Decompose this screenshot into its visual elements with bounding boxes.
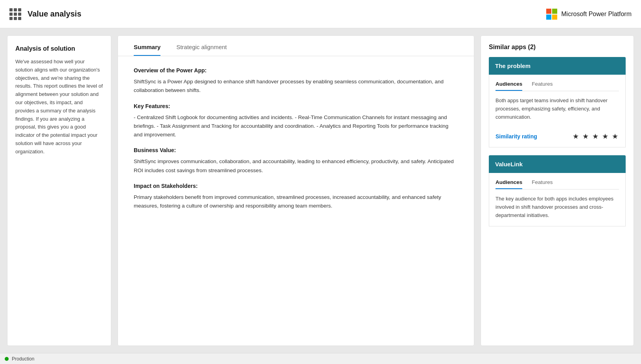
section-business-value: Business Value: ShiftSync improves commu… [134,147,458,175]
app-card-1-body: Audiences Features Both apps target team… [489,75,626,147]
status-bar: Production [0,353,641,364]
section-business-value-text: ShiftSync improves communication, collab… [134,157,458,175]
app-card-2-tabs: Audiences Features [495,179,619,189]
right-panel: Similar apps (2) The problem Audiences F… [481,35,634,346]
app-card-2-tab-audiences[interactable]: Audiences [495,179,522,189]
section-stakeholders: Impact on Stakeholders: Primary stakehol… [134,183,458,211]
app-card-1-tab-audiences[interactable]: Audiences [495,81,522,91]
app-card-2-audiences-text: The key audience for both apps includes … [495,195,619,219]
status-dot [5,357,9,361]
app-card-1-tabs: Audiences Features [495,81,619,91]
ms-logo-text: Microsoft Power Platform [561,11,632,18]
section-features-text: - Centralized Shift Logbook for document… [134,113,458,140]
section-stakeholders-text: Primary stakeholders benefit from improv… [134,193,458,211]
section-business-value-heading: Business Value: [134,147,458,153]
app-card-1-header: The problem [489,57,626,75]
app-card-2-body: Audiences Features The key audience for … [489,173,626,226]
waffle-icon[interactable] [9,8,21,20]
ms-logo: Microsoft Power Platform [546,9,632,20]
section-features-heading: Key Features: [134,103,458,109]
status-text: Production [12,356,34,362]
similarity-stars-1: ★ ★ ★ ★ ★ [573,132,619,141]
left-panel-title: Analysis of solution [15,45,103,52]
middle-body: Overview of the Power App: ShiftSync is … [118,56,474,229]
app-card-2: ValueLink Audiences Features The key aud… [489,155,626,226]
main-content: Analysis of solution We've assessed how … [0,28,641,353]
app-title: Value analysis [28,9,81,18]
similarity-label-1: Similarity rating [495,133,537,140]
similar-apps-title: Similar apps (2) [489,44,626,51]
section-overview-heading: Overview of the Power App: [134,67,458,74]
left-panel: Analysis of solution We've assessed how … [7,35,111,346]
tab-strategic-alignment[interactable]: Strategic alignment [176,44,227,56]
section-overview-text: ShiftSync is a Power App designed to enh… [134,77,458,95]
app-card-1-tab-features[interactable]: Features [532,81,553,91]
tab-summary[interactable]: Summary [134,44,160,56]
app-card-2-header: ValueLink [489,155,626,173]
similarity-row-1: Similarity rating ★ ★ ★ ★ ★ [495,128,619,141]
app-card-1-audiences-text: Both apps target teams involved in shift… [495,97,619,121]
section-overview: Overview of the Power App: ShiftSync is … [134,67,458,95]
ms-logo-squares [546,9,557,20]
header-left: Value analysis [9,8,81,20]
app-card-2-tab-features[interactable]: Features [532,179,553,189]
section-features: Key Features: - Centralized Shift Logboo… [134,103,458,140]
header: Value analysis Microsoft Power Platform [0,0,641,28]
left-panel-text: We've assessed how well your solution al… [15,58,103,156]
section-stakeholders-heading: Impact on Stakeholders: [134,183,458,189]
middle-panel: Summary Strategic alignment Overview of … [118,35,474,346]
tabs-row: Summary Strategic alignment [118,36,474,56]
app-card-1: The problem Audiences Features Both apps… [489,57,626,147]
